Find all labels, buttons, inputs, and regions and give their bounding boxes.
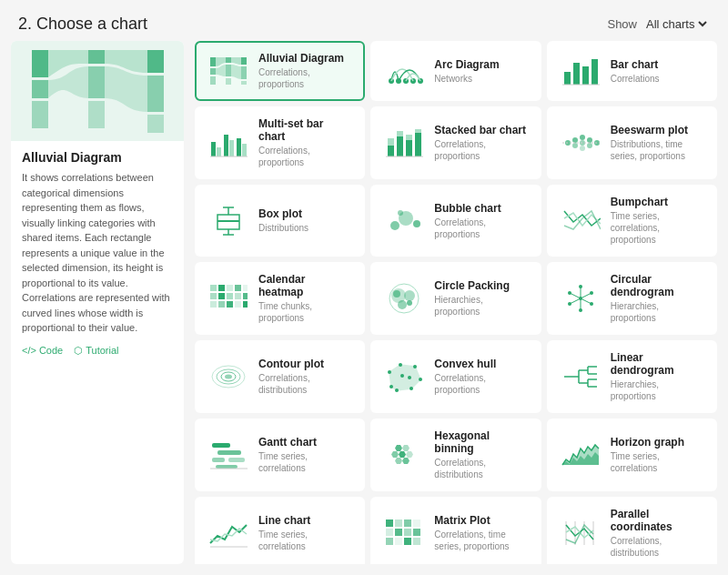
bar-label: Bar chartCorrelations xyxy=(611,58,660,85)
chart-card-gantt[interactable]: Gantt chartTime series, correlations xyxy=(195,419,365,491)
svg-point-60 xyxy=(390,221,399,230)
svg-point-82 xyxy=(398,300,407,309)
bumpchart-icon xyxy=(560,205,602,237)
svg-point-101 xyxy=(225,375,232,379)
bubble-tags: Correlations, proportions xyxy=(434,217,528,240)
calendar-name: Calendar heatmap xyxy=(258,273,352,298)
svg-marker-133 xyxy=(395,458,402,464)
chart-card-circular-dendrogram[interactable]: Circular dendrogramHierarchies, proporti… xyxy=(547,262,717,335)
chart-card-box[interactable]: Box plotDistributions xyxy=(195,185,365,257)
svg-rect-75 xyxy=(218,301,225,308)
svg-rect-3 xyxy=(88,50,105,64)
svg-rect-70 xyxy=(218,293,225,299)
chart-card-matrix[interactable]: Matrix PlotCorrelations, time series, pr… xyxy=(370,497,541,564)
chart-filter-select[interactable]: All charts xyxy=(642,16,710,32)
svg-rect-36 xyxy=(388,138,394,146)
box-name: Box plot xyxy=(258,207,308,220)
svg-rect-122 xyxy=(212,443,230,448)
arc-tags: Networks xyxy=(434,73,499,85)
linear-dendrogram-label: Linear dendrogramHierarchies, proportion… xyxy=(611,351,704,402)
svg-rect-147 xyxy=(413,538,420,545)
chart-grid: Alluvial DiagramCorrelations, proportion… xyxy=(195,41,717,564)
chart-card-bumpchart[interactable]: BumpchartTime series, correlations, prop… xyxy=(547,185,717,257)
svg-point-50 xyxy=(587,137,592,143)
chart-card-calendar[interactable]: Calendar heatmapTime chunks, proportions xyxy=(195,262,365,335)
tutorial-link[interactable]: ⬡ Tutorial xyxy=(74,345,118,357)
svg-point-104 xyxy=(388,370,391,374)
chart-card-line[interactable]: Line chartTime series, correlations xyxy=(195,497,365,564)
chart-card-arc[interactable]: Arc DiagramNetworks xyxy=(370,41,541,101)
svg-rect-69 xyxy=(210,293,217,299)
svg-point-49 xyxy=(580,146,585,151)
svg-point-62 xyxy=(413,220,420,227)
stacked-bar-icon xyxy=(383,126,425,159)
horizon-label: Horizon graphTime series, correlations xyxy=(611,436,704,474)
chart-card-alluvial[interactable]: Alluvial DiagramCorrelations, proportion… xyxy=(195,41,365,101)
matrix-icon xyxy=(383,517,425,550)
circle-packing-tags: Hierarchies, proportions xyxy=(434,294,528,318)
svg-rect-140 xyxy=(386,529,393,536)
chart-card-horizon[interactable]: Horizon graphTime series, correlations xyxy=(547,419,717,491)
chart-card-stacked-bar[interactable]: Stacked bar chartCorrelations, proportio… xyxy=(370,106,541,179)
beeswarm-name: Beeswarm plot xyxy=(611,124,704,136)
svg-point-63 xyxy=(398,210,403,216)
svg-rect-8 xyxy=(147,115,164,133)
svg-rect-123 xyxy=(217,450,241,455)
main-content: Alluvial Diagram It shows correlations b… xyxy=(0,41,728,575)
bubble-label: Bubble chartCorrelations, proportions xyxy=(434,202,528,240)
matrix-label: Matrix PlotCorrelations, time series, pr… xyxy=(434,514,528,552)
svg-rect-136 xyxy=(386,520,393,527)
chart-card-linear-dendrogram[interactable]: Linear dendrogramHierarchies, proportion… xyxy=(547,340,717,413)
bumpchart-tags: Time series, correlations, proportions xyxy=(611,210,704,246)
code-link[interactable]: </> Code xyxy=(22,345,63,357)
svg-rect-42 xyxy=(415,129,421,133)
circular-dendrogram-icon xyxy=(560,282,602,315)
svg-point-83 xyxy=(393,290,400,298)
calendar-icon xyxy=(207,282,249,315)
box-icon xyxy=(207,205,249,237)
multiset-bar-tags: Correlations, proportions xyxy=(258,145,352,168)
sidebar-preview xyxy=(11,41,184,141)
chart-card-convex[interactable]: Convex hullCorrelations, proportions xyxy=(370,340,541,413)
chart-card-contour[interactable]: Contour plotCorrelations, distributions xyxy=(195,340,365,413)
svg-rect-35 xyxy=(388,146,394,156)
svg-marker-130 xyxy=(391,451,399,458)
hexagonal-name: Hexagonal binning xyxy=(434,429,528,455)
chart-card-parallel[interactable]: Parallel coordinatesCorrelations, distri… xyxy=(547,497,717,564)
svg-rect-5 xyxy=(88,101,105,128)
bar-icon xyxy=(560,55,602,87)
svg-point-110 xyxy=(400,374,404,378)
chart-card-hexagonal[interactable]: Hexagonal binningCorrelations, distribut… xyxy=(370,419,541,491)
gantt-label: Gantt chartTime series, correlations xyxy=(258,436,352,474)
svg-rect-142 xyxy=(404,529,411,536)
svg-rect-7 xyxy=(147,76,164,112)
alluvial-tags: Correlations, proportions xyxy=(258,66,352,90)
chart-card-beeswarm[interactable]: Beeswarm plotDistributions, time series,… xyxy=(547,106,717,179)
svg-line-97 xyxy=(570,293,581,298)
svg-marker-129 xyxy=(402,445,410,451)
hexagonal-label: Hexagonal binningCorrelations, distribut… xyxy=(434,429,528,480)
svg-rect-26 xyxy=(592,59,598,85)
svg-rect-1 xyxy=(32,80,48,98)
svg-rect-38 xyxy=(397,131,403,136)
horizon-tags: Time series, correlations xyxy=(611,450,704,474)
linear-dendrogram-tags: Hierarchies, proportions xyxy=(611,378,704,402)
svg-point-107 xyxy=(419,378,422,381)
svg-rect-64 xyxy=(210,285,217,291)
svg-rect-124 xyxy=(212,458,225,462)
chart-card-bar[interactable]: Bar chartCorrelations xyxy=(547,41,717,101)
parallel-icon xyxy=(560,517,602,550)
svg-rect-33 xyxy=(242,144,247,156)
header: 2. Choose a chart Show All charts xyxy=(0,0,728,41)
page-title: 2. Choose a chart xyxy=(18,15,147,34)
arc-icon xyxy=(383,55,425,87)
chart-card-circle-packing[interactable]: Circle PackingHierarchies, proportions xyxy=(370,262,541,335)
chart-card-bubble[interactable]: Bubble chartCorrelations, proportions xyxy=(370,185,541,257)
svg-rect-65 xyxy=(218,285,225,291)
bubble-name: Bubble chart xyxy=(434,202,528,215)
svg-rect-6 xyxy=(147,50,164,73)
chart-card-multiset-bar[interactable]: Multi-set bar chartCorrelations, proport… xyxy=(195,106,365,179)
svg-rect-125 xyxy=(228,458,245,462)
svg-rect-15 xyxy=(241,57,247,65)
gantt-name: Gantt chart xyxy=(258,436,352,449)
